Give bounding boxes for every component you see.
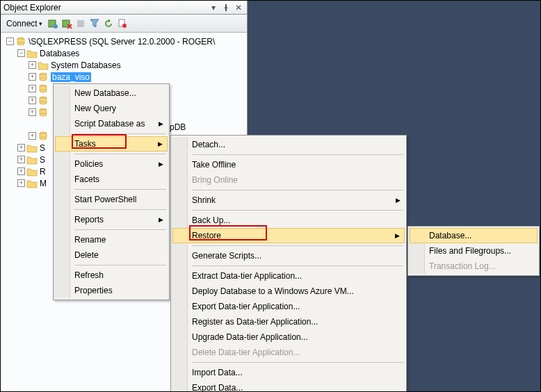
- menu-policies[interactable]: Policies▶: [55, 156, 168, 172]
- menu-rename[interactable]: Rename: [55, 232, 168, 247]
- svg-point-13: [40, 78, 47, 81]
- folder-icon: [26, 48, 38, 59]
- server-label: \SQLEXPRESS (SQL Server 12.0.2000 - ROGE…: [29, 37, 215, 47]
- menu-start-powershell[interactable]: Start PowerShell: [55, 192, 168, 207]
- refresh-icon[interactable]: [102, 17, 115, 30]
- partial-label: S: [40, 143, 45, 153]
- server-icon: [15, 36, 26, 47]
- menu-separator: [192, 245, 403, 246]
- menu-separator: [192, 154, 403, 155]
- dropdown-arrow-icon[interactable]: ▾: [208, 2, 219, 13]
- menu-export-data[interactable]: Export Data...: [172, 380, 405, 392]
- menu-script-database[interactable]: Script Database as▶: [55, 116, 168, 131]
- menu-new-database[interactable]: New Database...: [55, 85, 168, 101]
- menu-reports[interactable]: Reports▶: [55, 212, 168, 227]
- menu-separator: [74, 265, 166, 266]
- menu-generate-scripts[interactable]: Generate Scripts...: [172, 248, 405, 263]
- connect-label: Connect: [6, 19, 38, 28]
- submenu-arrow-icon: ▶: [159, 161, 163, 168]
- menu-separator: [74, 154, 166, 154]
- menu-extract-datatier[interactable]: Extract Data-tier Application...: [172, 268, 405, 284]
- menu-properties[interactable]: Properties: [55, 283, 168, 298]
- expand-icon[interactable]: +: [17, 179, 25, 187]
- chevron-down-icon: ▾: [39, 20, 42, 27]
- menu-facets[interactable]: Facets: [55, 172, 168, 187]
- script-icon[interactable]: [116, 17, 129, 30]
- menu-delete-datatier: Delete Data-tier Application...: [172, 345, 405, 360]
- expand-icon[interactable]: +: [29, 73, 36, 81]
- panel-titlebar: Object Explorer ▾ ✕: [1, 1, 247, 15]
- svg-point-25: [40, 137, 47, 140]
- menu-refresh[interactable]: Refresh: [55, 268, 168, 283]
- menu-separator: [74, 229, 166, 230]
- partial-label: R: [40, 167, 46, 177]
- context-menu-database: New Database... New Query Script Databas…: [53, 83, 170, 300]
- connect-button[interactable]: Connect ▾: [3, 17, 45, 30]
- svg-point-1: [54, 24, 58, 28]
- menu-restore-database[interactable]: Database...: [410, 228, 538, 243]
- expand-icon[interactable]: +: [17, 156, 25, 163]
- submenu-arrow-icon: ▶: [395, 232, 400, 239]
- tree-systemdb-row[interactable]: + System Databases: [3, 59, 247, 71]
- submenu-arrow-icon: ▶: [159, 216, 163, 223]
- submenu-tasks: Detach... Take Offline Bring Online Shri…: [170, 135, 407, 392]
- pin-icon[interactable]: [220, 2, 232, 13]
- stop-icon: [74, 17, 87, 30]
- menu-deploy-azure[interactable]: Deploy Database to a Windows Azure VM...: [172, 284, 405, 299]
- expand-icon[interactable]: +: [17, 144, 25, 152]
- selected-db-label: baza_viso: [51, 72, 91, 82]
- menu-shrink[interactable]: Shrink▶: [172, 193, 405, 208]
- svg-point-22: [40, 113, 47, 116]
- menu-separator: [192, 266, 403, 266]
- submenu-restore: Database... Files and Filegroups... Tran…: [407, 226, 540, 276]
- filter-icon[interactable]: [88, 17, 101, 30]
- folder-icon: [26, 166, 38, 177]
- disconnect-server-icon[interactable]: [60, 17, 73, 30]
- menu-upgrade-datatier[interactable]: Upgrade Data-tier Application...: [172, 329, 405, 345]
- connect-server-icon[interactable]: [47, 17, 59, 30]
- systemdb-label: System Databases: [51, 60, 121, 70]
- database-icon: [38, 131, 49, 142]
- menu-back-up[interactable]: Back Up...: [172, 213, 405, 228]
- menu-take-offline[interactable]: Take Offline: [172, 157, 405, 172]
- menu-import-data[interactable]: Import Data...: [172, 365, 405, 380]
- close-icon[interactable]: ✕: [233, 2, 244, 13]
- svg-point-7: [122, 24, 127, 28]
- expand-icon[interactable]: +: [29, 132, 36, 140]
- panel-title-text: Object Explorer: [3, 3, 208, 13]
- menu-separator: [192, 210, 403, 211]
- behind-label: pDB: [170, 122, 186, 132]
- expand-icon[interactable]: +: [29, 61, 36, 69]
- menu-restore-files[interactable]: Files and Filegroups...: [410, 243, 538, 259]
- tree-server-row[interactable]: − \SQLEXPRESS (SQL Server 12.0.2000 - RO…: [3, 35, 247, 47]
- databases-label: Databases: [40, 49, 79, 58]
- collapse-icon[interactable]: −: [6, 38, 14, 45]
- expand-icon[interactable]: +: [29, 97, 36, 104]
- tree-databases-row[interactable]: − Databases: [3, 47, 247, 59]
- expand-icon[interactable]: +: [17, 168, 25, 175]
- tree-selected-db-row[interactable]: + baza_viso: [3, 71, 247, 83]
- folder-icon: [26, 154, 38, 165]
- svg-point-16: [40, 90, 47, 92]
- menu-bring-online: Bring Online: [172, 172, 405, 188]
- submenu-arrow-icon: ▶: [159, 120, 163, 127]
- menu-restore-transaction-log: Transaction Log...: [410, 259, 538, 274]
- menu-delete[interactable]: Delete: [55, 247, 168, 263]
- menu-separator: [192, 362, 403, 363]
- submenu-arrow-icon: ▶: [396, 197, 401, 204]
- menu-register-datatier[interactable]: Register as Data-tier Application...: [172, 314, 405, 329]
- folder-icon: [26, 142, 38, 154]
- expand-icon[interactable]: +: [29, 108, 36, 116]
- menu-tasks[interactable]: Tasks▶: [55, 136, 168, 152]
- menu-export-datatier[interactable]: Export Data-tier Application...: [172, 299, 405, 314]
- menu-separator: [192, 190, 403, 190]
- menu-separator: [74, 209, 166, 210]
- submenu-arrow-icon: ▶: [158, 140, 163, 147]
- menu-detach[interactable]: Detach...: [172, 137, 405, 152]
- menu-restore[interactable]: Restore▶: [172, 228, 405, 243]
- expand-icon[interactable]: +: [29, 85, 36, 92]
- collapse-icon[interactable]: −: [17, 49, 25, 57]
- svg-point-19: [40, 101, 47, 104]
- database-icon: [38, 107, 49, 118]
- menu-new-query[interactable]: New Query: [55, 101, 168, 116]
